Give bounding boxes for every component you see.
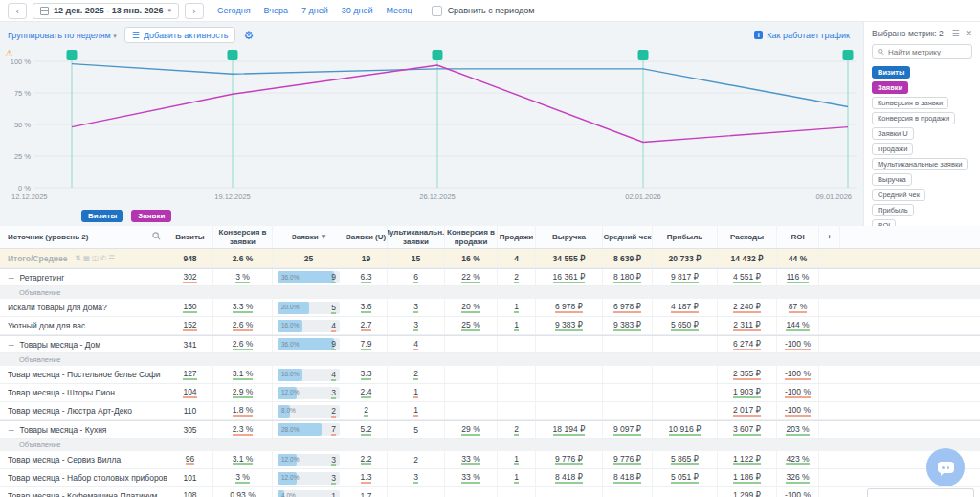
svg-text:09.01.2026: 09.01.2026 (815, 192, 852, 201)
table-cell: -100 % (777, 402, 819, 419)
table-cell (445, 336, 498, 352)
week-marker (67, 50, 78, 60)
table-cell: 2 017 ₽ (718, 402, 777, 419)
how-chart-works-link[interactable]: i Как работает график (754, 31, 850, 40)
metric-tag[interactable]: Заявки (872, 81, 908, 94)
ad-sublabel-row: Объявление (0, 439, 980, 451)
column-header-1[interactable]: Визиты (167, 226, 213, 248)
table-cell: 8 180 ₽ (603, 269, 653, 285)
table-row[interactable]: Товар месяца - Сервиз Вилла963.1 % 12.0%… (0, 451, 980, 469)
table-cell: 34 555 ₽ (536, 249, 603, 267)
close-icon[interactable]: ✕ (965, 29, 972, 38)
table-row[interactable]: Уютный дом для вас1522.6 % 16.0% 4 2.732… (0, 317, 980, 335)
column-header-11[interactable]: Расходы (718, 226, 777, 248)
week-marker (433, 50, 443, 60)
compare-checkbox[interactable] (432, 6, 442, 16)
table-cell (445, 366, 498, 383)
table-cell: 6.3 (345, 269, 388, 285)
table-cell: 341 (167, 336, 213, 352)
column-header-2[interactable]: Конверсия в заявки (213, 226, 273, 248)
legend-chip[interactable]: Заявки (131, 210, 171, 222)
column-header-4[interactable]: Заявки (U) (345, 226, 388, 248)
next-period-button[interactable]: › (185, 3, 204, 19)
metric-tag[interactable]: Прибыль (872, 204, 914, 216)
metric-tag[interactable]: Визиты (872, 66, 910, 79)
table-cell: 1 (498, 451, 536, 468)
group-by-weeks-dropdown[interactable]: Группировать по неделям ▾ (8, 31, 117, 40)
quick-link-4[interactable]: Месяц (386, 6, 412, 15)
table-row[interactable]: Товар месяца - Шторы Пион1042.9 % 12.0% … (0, 384, 980, 402)
gear-icon[interactable]: ⚙ (243, 30, 254, 41)
metric-tag[interactable]: Заявки U (872, 127, 914, 140)
table-row[interactable]: −Ретаргетинг3023 % 36.0% 9 6.3622 %216 3… (0, 268, 980, 286)
metric-tag[interactable]: Мультиканальные заявки (872, 158, 968, 170)
search-icon[interactable] (152, 232, 161, 242)
collapse-icon[interactable]: − (8, 273, 15, 282)
metric-search-input[interactable] (888, 48, 967, 56)
table-cell: -100 % (777, 336, 819, 352)
quick-link-3[interactable]: 30 дней (342, 6, 373, 15)
chart-svg: 0 %25 %50 %75 %100 %12.12.202519.12.2025… (0, 48, 863, 207)
table-cell: 152 (167, 317, 213, 334)
metric-tag[interactable]: Конверсия в продажи (872, 112, 955, 124)
quick-link-2[interactable]: 7 дней (301, 6, 328, 15)
column-header-13[interactable]: + (819, 226, 840, 248)
table-cell: -100 % (777, 384, 819, 401)
table-row[interactable]: Товар месяца - Набор столовых приборов Д… (0, 469, 980, 487)
search-icon (878, 48, 884, 56)
table-cell (498, 336, 536, 352)
column-header-5[interactable]: Мультиканальн... заявки (388, 226, 445, 248)
column-header-8[interactable]: Выручка (536, 226, 603, 248)
table-cell: 33 % (445, 469, 498, 486)
collapse-icon[interactable]: − (8, 340, 15, 350)
metric-tag[interactable]: Средний чек (872, 189, 925, 201)
metric-tag[interactable]: Выручка (872, 173, 912, 186)
column-header-3[interactable]: Заявки▼ (273, 226, 345, 248)
chat-button[interactable] (926, 448, 965, 486)
table-cell (653, 402, 718, 419)
table-row[interactable]: Итого/Среднее⇅▦◫✆☰9482.6 %25191516 %434 … (0, 249, 980, 268)
quick-link-0[interactable]: Сегодня (217, 6, 251, 15)
collapse-icon[interactable]: − (8, 425, 15, 435)
column-header-7[interactable]: Продажи (498, 226, 536, 248)
metric-tag[interactable]: Продажи (872, 143, 913, 155)
table-cell: 3.3 % (213, 299, 273, 316)
table-cell: 144 % (777, 317, 819, 334)
table-row[interactable]: Товар месяца - Кофемашина Платинум1080.9… (0, 487, 980, 497)
chart-legend: ВизитыЗаявки (81, 210, 863, 222)
table-cell: 25 % (445, 317, 498, 334)
warning-icon[interactable]: ⚠ (5, 48, 13, 58)
leads-bar-cell: 28.0% 7 (273, 421, 345, 438)
table-cell: 150 (167, 299, 213, 316)
legend-chip[interactable]: Визиты (81, 210, 123, 222)
table-row[interactable]: Товар месяца - Постельное белье Софи1273… (0, 366, 980, 384)
date-range-button[interactable]: 12 дек. 2025 - 13 янв. 2026 ▾ (33, 3, 179, 19)
column-header-6[interactable]: Конверсия в продажи (445, 226, 498, 248)
date-range-label: 12 дек. 2025 - 13 янв. 2026 (54, 6, 164, 15)
table-cell (498, 402, 536, 419)
table-cell: 948 (167, 249, 213, 267)
table-row[interactable]: −Товары месяца - Кухня3052.3 % 28.0% 7 5… (0, 420, 980, 439)
table-row[interactable]: Искали товары для дома?1503.3 % 20.0% 5 … (0, 299, 980, 317)
metric-tag[interactable]: Конверсия в заявки (872, 97, 948, 109)
column-header-10[interactable]: Прибыль (653, 226, 718, 248)
prev-period-button[interactable]: ‹ (8, 3, 27, 19)
table-row[interactable]: Товар месяца - Люстра Арт-Деко1101.8 % 8… (0, 402, 980, 420)
row-tool-icons[interactable]: ⇅▦◫✆☰ (75, 254, 116, 262)
table-cell: 2 355 ₽ (718, 366, 777, 383)
add-activity-button[interactable]: ☰ Добавить активность (124, 27, 236, 43)
table-cell (536, 402, 603, 419)
table-cell: 116 % (777, 269, 819, 285)
quick-link-1[interactable]: Вчера (264, 6, 288, 15)
table-cell (653, 336, 718, 352)
table-cell (653, 487, 718, 497)
table-row[interactable]: −Товары месяца - Дом3412.6 % 36.0% 9 7.9… (0, 335, 980, 353)
column-header-0[interactable]: Источник (уровень 2) (0, 226, 167, 248)
table-cell: 15 (388, 249, 445, 267)
column-header-12[interactable]: ROI (777, 226, 819, 248)
column-header-9[interactable]: Средний чек (603, 226, 653, 248)
list-view-icon[interactable]: ☰ (951, 29, 959, 38)
table-cell: 2.3 % (213, 421, 273, 438)
table-cell: 9 776 ₽ (536, 451, 603, 468)
table-cell: 2 (498, 269, 536, 285)
